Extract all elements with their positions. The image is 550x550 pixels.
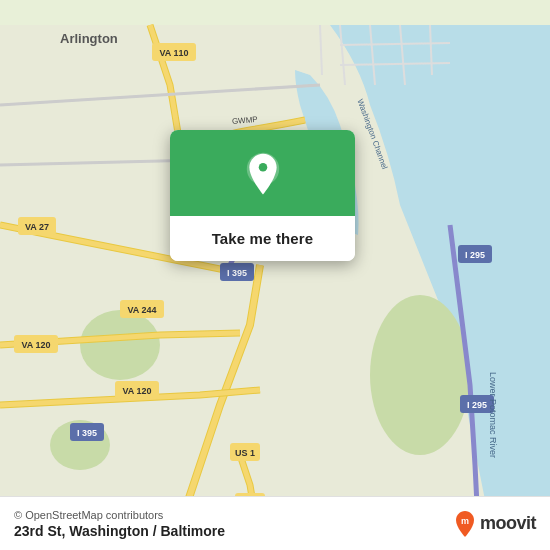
- bottom-bar: © OpenStreetMap contributors 23rd St, Wa…: [0, 496, 550, 550]
- map-container: VA 110 VA 27 VA 244 VA 120 VA 120 I 395 …: [0, 0, 550, 550]
- copyright-text: © OpenStreetMap contributors: [14, 509, 225, 521]
- svg-text:VA 120: VA 120: [21, 340, 50, 350]
- take-me-there-button[interactable]: Take me there: [170, 216, 355, 261]
- svg-text:Arlington: Arlington: [60, 31, 118, 46]
- moovit-text: moovit: [480, 513, 536, 534]
- popup-card: Take me there: [170, 130, 355, 261]
- location-pin-icon: [240, 152, 286, 198]
- svg-text:I 395: I 395: [227, 268, 247, 278]
- svg-text:VA 120: VA 120: [122, 386, 151, 396]
- svg-point-2: [80, 310, 160, 380]
- svg-text:m: m: [461, 516, 469, 526]
- svg-point-39: [258, 163, 267, 172]
- svg-text:VA 244: VA 244: [127, 305, 156, 315]
- svg-text:I 295: I 295: [467, 400, 487, 410]
- svg-text:I 295: I 295: [465, 250, 485, 260]
- location-title: 23rd St, Washington / Baltimore: [14, 523, 225, 539]
- popup-header: [170, 130, 355, 216]
- moovit-pin-icon: m: [454, 510, 476, 538]
- svg-text:Lower Potomac River: Lower Potomac River: [488, 372, 498, 458]
- map-background: VA 110 VA 27 VA 244 VA 120 VA 120 I 395 …: [0, 0, 550, 550]
- svg-text:VA 27: VA 27: [25, 222, 49, 232]
- bottom-left-info: © OpenStreetMap contributors 23rd St, Wa…: [14, 509, 225, 539]
- moovit-logo: m moovit: [454, 510, 536, 538]
- svg-text:I 395: I 395: [77, 428, 97, 438]
- svg-point-1: [370, 295, 470, 455]
- svg-text:US 1: US 1: [235, 448, 255, 458]
- svg-text:VA 110: VA 110: [159, 48, 188, 58]
